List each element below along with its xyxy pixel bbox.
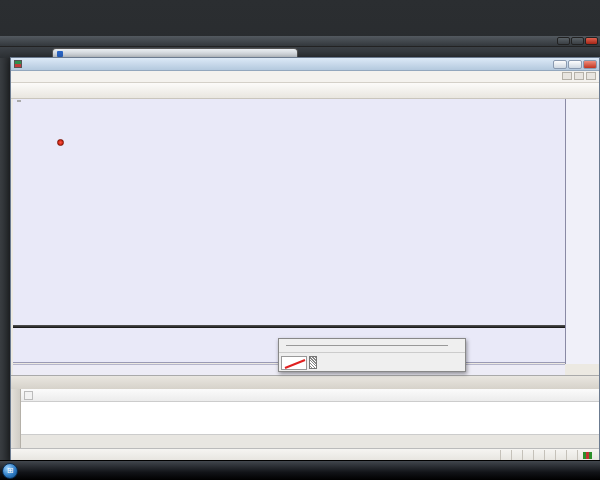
terminal-panel [11,389,599,448]
mt4-app-icon [14,60,22,68]
status-open [522,450,533,460]
taskbar: ⊞ [0,460,600,480]
annotation-preview [281,356,307,370]
price-axis[interactable] [565,99,599,364]
desktop-icons-area [0,0,600,40]
status-close [555,450,566,460]
mt4-minimize-button[interactable] [553,60,567,69]
chart-minimize-button[interactable] [562,72,572,80]
annotation-tools-row [279,339,465,353]
annotation-slider[interactable] [286,345,448,346]
browser-maximize-button[interactable] [571,37,584,45]
status-traffic [577,450,599,460]
status-high [533,450,544,460]
start-button[interactable]: ⊞ [2,463,18,479]
status-low [544,450,555,460]
browser-menubar [0,36,600,47]
forum-favicon-icon [57,51,63,57]
desktop-screen: ⊞ [0,0,600,480]
mt4-window [10,57,600,460]
chart-symbol-tabs-bar [11,375,599,389]
recording-dot-icon [57,139,64,146]
traffic-bars-icon [583,452,592,459]
annotation-palette-row [279,353,465,372]
browser-minimize-button[interactable] [557,37,570,45]
status-volume [566,450,577,460]
browser-close-button[interactable] [585,37,598,45]
hatch-pattern-swatch[interactable] [309,356,317,369]
terminal-vertical-label [11,389,21,448]
mt4-toolbar [11,83,599,99]
chart-plot-area[interactable] [13,99,565,325]
color-palette [319,356,416,369]
terminal-tabs-bar [21,434,599,448]
chart-restore-button[interactable] [574,72,584,80]
mt4-restore-button[interactable] [568,60,582,69]
chart-ohlc-header [17,100,24,102]
mt4-menubar [11,71,599,83]
status-help-text [11,450,500,460]
terminal-close-icon[interactable] [24,391,33,400]
chart-dropdown-icon[interactable] [17,100,21,102]
news-list-header [21,389,599,402]
mt4-close-button[interactable] [583,60,597,69]
mt4-titlebar[interactable] [11,58,599,71]
browser-left-edge [0,58,10,460]
chart-close-button[interactable] [586,72,596,80]
news-list-body[interactable] [21,402,599,434]
status-datetime [511,450,522,460]
status-market [500,450,511,460]
screen-annotation-toolbar [278,338,466,372]
